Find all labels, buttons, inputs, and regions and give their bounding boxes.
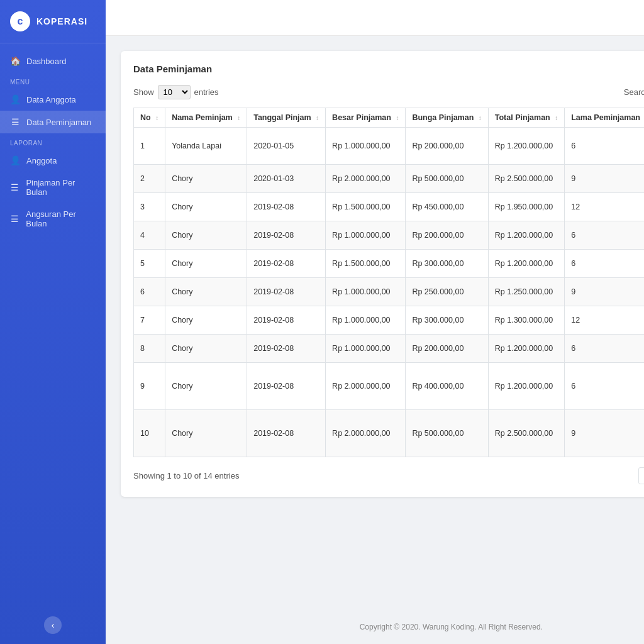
header: 🔔 1 Aldhitya Prasetya 👤 — [106, 0, 644, 36]
dashboard-icon: 🏠 — [10, 56, 20, 66]
col-total: Total Pinjaman ↕ — [488, 108, 564, 128]
show-entries-control: Show 10 25 50 100 entries — [133, 85, 219, 99]
sidebar-item-angsuran-per-bulan[interactable]: ☰ Angsuran Per Bulan — [0, 203, 106, 235]
nama-cell: Chory — [165, 306, 247, 335]
sidebar-title: KOPERASI — [36, 16, 87, 26]
sidebar-item-dashboard[interactable]: 🏠 Dashboard — [0, 50, 106, 72]
table-row: 9Chory2019-02-08Rp 2.000.000,00Rp 400.00… — [134, 363, 645, 410]
lama-cell: 6 — [565, 250, 644, 278]
bunga-cell: Rp 200.000,00 — [406, 128, 488, 165]
total-cell: Rp 1.250.000,00 — [488, 278, 564, 306]
lama-cell: 9 — [565, 165, 644, 193]
tanggal-cell: 2019-02-08 — [247, 278, 326, 306]
tanggal-cell: 2019-02-08 — [247, 306, 326, 335]
sidebar-nav: 🏠 Dashboard MENU 👤 Data Anggota ☰ Data P… — [0, 43, 106, 606]
tanggal-cell: 2019-02-08 — [247, 335, 326, 363]
bunga-cell: Rp 200.000,00 — [406, 221, 488, 250]
table-footer: Showing 1 to 10 of 14 entries Previous 1… — [133, 467, 644, 484]
no-cell: 5 — [134, 250, 165, 278]
bunga-cell: Rp 250.000,00 — [406, 278, 488, 306]
total-cell: Rp 1.200.000,00 — [488, 363, 564, 410]
nama-cell: Chory — [165, 363, 247, 410]
sidebar-item-anggota[interactable]: 👤 Anggota — [0, 149, 106, 172]
no-cell: 2 — [134, 165, 165, 193]
data-peminjaman-icon: ☰ — [10, 117, 20, 127]
nama-cell: Yolanda Lapai — [165, 128, 247, 165]
tanggal-cell: 2019-02-08 — [247, 250, 326, 278]
bunga-cell: Rp 300.000,00 — [406, 306, 488, 335]
lama-cell: 6 — [565, 221, 644, 250]
sidebar: c KOPERASI 🏠 Dashboard MENU 👤 Data Anggo… — [0, 0, 106, 644]
table-row: 3Chory2019-02-08Rp 1.500.000,00Rp 450.00… — [134, 193, 645, 221]
tanggal-cell: 2019-02-08 — [247, 363, 326, 410]
besar-cell: Rp 1.500.000,00 — [326, 250, 406, 278]
table-controls: Show 10 25 50 100 entries Search: — [133, 84, 644, 100]
bunga-cell: Rp 300.000,00 — [406, 250, 488, 278]
data-anggota-icon: 👤 — [10, 94, 20, 104]
sidebar-item-anggota-label: Anggota — [26, 156, 57, 165]
total-cell: Rp 1.200.000,00 — [488, 250, 564, 278]
no-cell: 9 — [134, 363, 165, 410]
besar-cell: Rp 2.000.000,00 — [326, 410, 406, 457]
bunga-cell: Rp 450.000,00 — [406, 193, 488, 221]
angsuran-icon: ☰ — [10, 214, 19, 224]
pinjaman-icon: ☰ — [10, 182, 19, 192]
no-cell: 6 — [134, 278, 165, 306]
besar-cell: Rp 1.500.000,00 — [326, 193, 406, 221]
bunga-cell: Rp 400.000,00 — [406, 363, 488, 410]
lama-cell: 6 — [565, 128, 644, 165]
no-cell: 1 — [134, 128, 165, 165]
lama-cell: 9 — [565, 410, 644, 457]
search-box: Search: — [624, 84, 644, 100]
col-tanggal: Tanggal Pinjam ↕ — [247, 108, 326, 128]
no-cell: 10 — [134, 410, 165, 457]
bunga-cell: Rp 200.000,00 — [406, 335, 488, 363]
table-row: 10Chory2019-02-08Rp 2.000.000,00Rp 500.0… — [134, 410, 645, 457]
total-cell: Rp 1.200.000,00 — [488, 128, 564, 165]
page-title: Data Peminjaman — [133, 64, 644, 74]
besar-cell: Rp 2.000.000,00 — [326, 165, 406, 193]
previous-button[interactable]: Previous — [638, 467, 644, 484]
total-cell: Rp 1.950.000,00 — [488, 193, 564, 221]
collapse-circle-icon: ‹ — [44, 616, 62, 634]
nama-cell: Chory — [165, 165, 247, 193]
table-header: No ↕ Nama Peminjam ↕ Tanggal Pinjam ↕ Be… — [134, 108, 645, 128]
entries-label: entries — [194, 87, 219, 97]
showing-entries: Showing 1 to 10 of 14 entries — [133, 471, 239, 480]
table-body: 1Yolanda Lapai2020-01-05Rp 1.000.000,00R… — [134, 128, 645, 457]
col-lama: Lama Peminjaman ↕ — [565, 108, 644, 128]
sidebar-item-angsuran-label: Angsuran Per Bulan — [26, 209, 96, 228]
show-label: Show — [133, 87, 154, 97]
sidebar-collapse-button[interactable]: ‹ — [0, 606, 106, 644]
lama-cell: 12 — [565, 193, 644, 221]
main-card: Data Peminjaman Show 10 25 50 100 entrie… — [121, 51, 644, 497]
besar-cell: Rp 1.000.000,00 — [326, 128, 406, 165]
logo-icon: c — [10, 11, 30, 31]
total-cell: Rp 1.300.000,00 — [488, 306, 564, 335]
nama-cell: Chory — [165, 250, 247, 278]
sidebar-item-data-anggota-label: Data Anggota — [26, 95, 76, 104]
besar-cell: Rp 1.000.000,00 — [326, 278, 406, 306]
sidebar-item-pinjaman-per-bulan[interactable]: ☰ Pinjaman Per Bulan — [0, 172, 106, 203]
search-label: Search: — [624, 87, 644, 97]
no-cell: 4 — [134, 221, 165, 250]
sidebar-item-data-peminjaman-label: Data Peminjaman — [26, 118, 91, 127]
lama-cell: 12 — [565, 306, 644, 335]
col-bunga: Bunga Pinjaman ↕ — [406, 108, 488, 128]
tanggal-cell: 2020-01-05 — [247, 128, 326, 165]
nama-cell: Chory — [165, 335, 247, 363]
pagination: Previous 1 2 Next — [638, 467, 644, 484]
table-row: 5Chory2019-02-08Rp 1.500.000,00Rp 300.00… — [134, 250, 645, 278]
nama-cell: Chory — [165, 221, 247, 250]
nama-cell: Chory — [165, 193, 247, 221]
no-cell: 7 — [134, 306, 165, 335]
nama-cell: Chory — [165, 278, 247, 306]
sidebar-item-data-anggota[interactable]: 👤 Data Anggota — [0, 88, 106, 111]
besar-cell: Rp 1.000.000,00 — [326, 335, 406, 363]
lama-cell: 9 — [565, 278, 644, 306]
entries-select[interactable]: 10 25 50 100 — [158, 85, 191, 99]
sidebar-item-data-peminjaman[interactable]: ☰ Data Peminjaman — [0, 111, 106, 133]
col-nama: Nama Peminjam ↕ — [165, 108, 247, 128]
sidebar-logo: c KOPERASI — [0, 0, 106, 43]
footer: Copyright © 2020. Warung Koding. All Rig… — [106, 610, 644, 644]
